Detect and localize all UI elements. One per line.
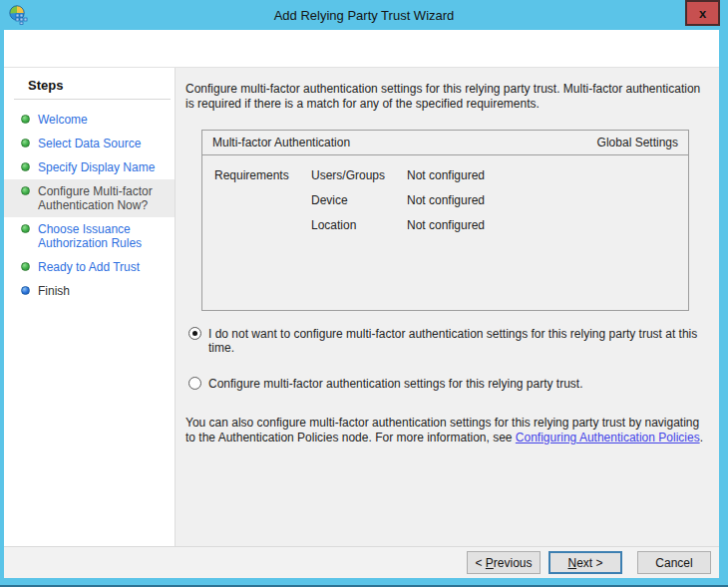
- radio-option-configure-mfa[interactable]: Configure multi-factor authentication se…: [188, 377, 707, 391]
- step-label: Specify Display Name: [38, 160, 155, 174]
- wizard-window: Add Relying Party Trust Wizard x Steps W…: [0, 0, 728, 587]
- intro-text: Configure multi-factor authentication se…: [185, 82, 707, 112]
- requirement-name: Location: [311, 218, 407, 232]
- radio-unselected-icon[interactable]: [188, 377, 201, 390]
- requirement-value: Not configured: [407, 218, 688, 232]
- requirement-name: Device: [311, 193, 407, 207]
- table-row: Requirements Users/Groups Not configured: [214, 168, 688, 193]
- step-label: Ready to Add Trust: [38, 260, 140, 274]
- step-item-choose-issuance-rules[interactable]: Choose Issuance Authorization Rules: [4, 217, 175, 255]
- title-bar: Add Relying Party Trust Wizard x: [0, 0, 728, 30]
- step-label: Select Data Source: [38, 137, 141, 150]
- step-pending-icon: [21, 286, 30, 295]
- header-band: [4, 30, 719, 68]
- step-label: Finish: [38, 284, 70, 298]
- mfa-choice-radio-group: I do not want to configure multi-factor …: [188, 327, 707, 391]
- step-done-icon: [21, 224, 30, 233]
- step-item-specify-display-name[interactable]: Specify Display Name: [4, 155, 175, 179]
- step-item-welcome[interactable]: Welcome: [4, 108, 175, 132]
- step-item-finish: Finish: [4, 279, 175, 303]
- previous-label-mnemonic: P: [486, 556, 494, 570]
- close-button[interactable]: x: [685, 0, 720, 26]
- step-done-icon: [21, 139, 30, 147]
- content-pane: Configure multi-factor authentication se…: [176, 68, 719, 546]
- next-label-mnemonic: N: [567, 556, 576, 570]
- step-done-icon: [21, 262, 30, 271]
- requirements-label: Requirements: [214, 168, 311, 182]
- adfs-app-icon: [8, 5, 28, 25]
- previous-button[interactable]: < Previous: [467, 551, 541, 574]
- step-done-icon: [21, 115, 30, 124]
- requirement-name: Users/Groups: [311, 168, 407, 182]
- mfa-table-header: Multi-factor Authentication Global Setti…: [202, 131, 688, 155]
- step-item-select-data-source[interactable]: Select Data Source: [4, 132, 175, 155]
- step-done-icon: [21, 186, 30, 195]
- step-label: Welcome: [38, 113, 88, 127]
- table-row: Device Not configured: [214, 193, 688, 218]
- radio-label[interactable]: Configure multi-factor authentication se…: [208, 377, 583, 391]
- cancel-button[interactable]: Cancel: [637, 551, 711, 574]
- footer-bar: < Previous Next > Cancel: [4, 546, 719, 578]
- mfa-header-title: Multi-factor Authentication: [212, 136, 350, 149]
- next-button[interactable]: Next >: [548, 551, 622, 574]
- configuring-authentication-policies-link[interactable]: Configuring Authentication Policies: [516, 431, 700, 444]
- note-after: .: [700, 431, 703, 444]
- step-label: Configure Multi-factor Authentication No…: [38, 184, 167, 212]
- radio-selected-icon[interactable]: [188, 327, 201, 340]
- step-done-icon: [21, 162, 30, 171]
- requirement-value: Not configured: [407, 168, 688, 182]
- dialog-frame: Steps Welcome Select Data Source Specify…: [4, 30, 719, 578]
- radio-label[interactable]: I do not want to configure multi-factor …: [208, 327, 707, 355]
- step-label: Choose Issuance Authorization Rules: [38, 222, 167, 250]
- mfa-settings-table: Multi-factor Authentication Global Setti…: [201, 130, 689, 311]
- note-text: You can also configure multi-factor auth…: [185, 416, 707, 445]
- window-title: Add Relying Party Trust Wizard: [0, 8, 728, 23]
- steps-sidebar: Steps Welcome Select Data Source Specify…: [4, 68, 176, 546]
- next-label-post: ext >: [576, 556, 602, 570]
- step-item-ready-to-add-trust[interactable]: Ready to Add Trust: [4, 255, 175, 279]
- steps-heading: Steps: [14, 76, 171, 100]
- previous-label-post: revious: [494, 556, 533, 570]
- previous-label-pre: <: [475, 556, 485, 570]
- step-item-configure-mfa-current: Configure Multi-factor Authentication No…: [4, 179, 175, 217]
- radio-option-skip-mfa[interactable]: I do not want to configure multi-factor …: [188, 327, 707, 355]
- steps-list: Welcome Select Data Source Specify Displ…: [4, 108, 175, 303]
- table-row: Location Not configured: [214, 218, 688, 243]
- mfa-header-global-settings: Global Settings: [597, 136, 678, 149]
- mfa-table-body: Requirements Users/Groups Not configured…: [202, 155, 688, 243]
- requirement-value: Not configured: [407, 193, 688, 207]
